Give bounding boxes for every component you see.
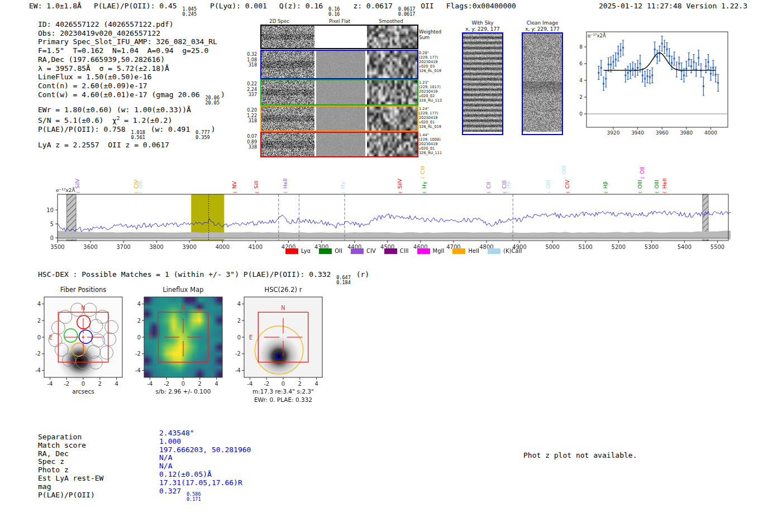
svg-text:{: { (562, 177, 567, 179)
match-row-label: mag (38, 482, 51, 491)
svg-text:5200: 5200 (612, 244, 626, 250)
emission-line-label: HeII (282, 178, 288, 189)
svg-text:{: { (487, 191, 491, 194)
svg-text:5300: 5300 (645, 244, 659, 250)
svg-text:4000: 4000 (216, 244, 230, 250)
panel-sublabel: EWr: 0. PLAE: 0.332 (254, 396, 312, 403)
svg-text:-2: -2 (135, 351, 141, 357)
info-line: ID: 4026557122 (4026557122.pdf) (38, 20, 225, 29)
stacked-fraction: 1.0180.561 (131, 130, 145, 141)
svg-text:4000: 4000 (704, 130, 717, 135)
emission-line-label: Hβ (505, 181, 511, 189)
svg-text:4: 4 (314, 381, 318, 387)
svg-text:-4: -4 (235, 367, 241, 373)
svg-text:3700: 3700 (116, 244, 130, 250)
svg-text:2: 2 (237, 318, 241, 324)
info-line: λ = 3957.85Å σ = 5.72(±2.18)Å (38, 64, 225, 73)
stacked-fraction: 20.0620.05 (205, 95, 220, 106)
cutout-row (260, 79, 418, 106)
svg-text:3980: 3980 (680, 130, 693, 135)
svg-text:{: { (76, 191, 80, 194)
stacked-fraction: 0.06170.0617 (398, 7, 416, 17)
cutout-row (260, 25, 418, 49)
panel-xlabel: arcsecs (72, 388, 94, 395)
legend-item: OII (319, 248, 342, 254)
svg-text:4: 4 (137, 301, 141, 307)
svg-text:2: 2 (98, 381, 102, 387)
svg-text:{: { (566, 191, 570, 194)
svg-text:-4: -4 (147, 381, 152, 387)
match-row-value: 197.666203, 50.281960 (159, 445, 251, 454)
svg-text:-2: -2 (264, 381, 269, 387)
legend-item: HeII (452, 248, 479, 254)
svg-text:8: 8 (579, 44, 583, 50)
emission-line-label: CIV (564, 180, 570, 189)
header-stat-3: Q(z): 0.16 0.160.16 (279, 2, 341, 17)
legend-item: CIII (384, 248, 409, 254)
match-row-label: Est LyA rest-EW (38, 474, 103, 482)
svg-text:5: 5 (50, 221, 54, 227)
svg-text:{: { (422, 191, 427, 194)
cutout-col-title: 2D Spec (263, 18, 296, 24)
svg-text:-2: -2 (164, 381, 169, 387)
match-row-label: Spec z (38, 457, 64, 466)
header-stat-5: Flags:0x00400000 (446, 2, 516, 17)
match-row-value: N/A (159, 462, 172, 470)
svg-text:0: 0 (282, 381, 285, 387)
info-line: EWr = 1.80(±0.60) (w: 1.00(±0.33))Å (38, 106, 225, 114)
emission-line-label: OIII (545, 180, 551, 189)
svg-text:{: { (341, 191, 346, 194)
match-row-value: 17.31(17.05,17.66)R (159, 478, 242, 487)
svg-text:3600: 3600 (83, 244, 97, 250)
compass-north-label: N (181, 305, 185, 311)
info-line: Cont(n) = 2.60(±0.09)e-17 (38, 82, 225, 90)
cutout-row-right-labels: 1.23"(229, 1017)20230419v020_02326_RU_11… (419, 80, 442, 103)
svg-text:3800: 3800 (149, 244, 163, 250)
svg-text:{: { (506, 191, 511, 194)
match-row-label: Separation (38, 433, 82, 441)
emission-line-label: OII (639, 167, 645, 174)
emission-line-label: HeII (661, 178, 667, 189)
legend-swatch (452, 248, 465, 254)
legend-swatch (417, 248, 430, 254)
legend-item: MgII (417, 248, 445, 254)
stacked-fraction: 0.6470.184 (336, 275, 351, 286)
svg-text:{: { (398, 191, 403, 194)
svg-text:-4: -4 (135, 367, 141, 373)
svg-text:-4: -4 (247, 381, 252, 387)
legend-swatch (319, 248, 332, 254)
svg-text:3960: 3960 (656, 130, 669, 135)
info-line: RA,Dec (197.665939,50.282616) (38, 55, 225, 64)
svg-text:5000: 5000 (545, 244, 559, 250)
with-sky-image (462, 32, 503, 135)
emission-line-label: SiIV (74, 179, 80, 189)
spectrum-line-legend: LyαOIICIVCIIIMgIIHeII(K)CaII (285, 248, 522, 254)
svg-text:{: { (283, 191, 288, 194)
svg-text:-4: -4 (47, 381, 53, 387)
legend-item: (K)CaII (488, 248, 522, 254)
svg-text:2: 2 (137, 318, 141, 324)
lineflux-map-panel: Lineflux MapNE-4-4-2-2002244s/b: 2.96 +/… (132, 284, 233, 415)
header-stat-4: z: 0.0617 0.06170.0617 OII (353, 2, 433, 17)
svg-text:4: 4 (579, 78, 583, 83)
stacked-fraction: 0.160.16 (328, 7, 340, 17)
compass-east-label: E (149, 334, 152, 341)
info-line: Obs: 20230419v020_4026557122 (38, 29, 225, 38)
compass-east-label: E (49, 334, 53, 341)
match-row-value: 0.327 0.5860.171 (159, 487, 202, 502)
svg-text:{: { (662, 191, 667, 194)
emission-line-label: Hγ (421, 181, 427, 189)
svg-text:0: 0 (137, 334, 141, 341)
info-line: P(LAE)/P(OII): 0.758 1.0180.561 (w: 0.49… (38, 125, 225, 141)
compass-north-label: N (81, 305, 85, 311)
match-row-value: 2.43548" (159, 429, 194, 437)
match-row-label: P(LAE)/P(OII) (38, 491, 95, 499)
svg-text:0: 0 (50, 235, 54, 241)
info-line: Primary Spec_Slot_IFU_AMP: 326_082_034_R… (38, 37, 225, 46)
panel-title: Fiber Positions (60, 286, 107, 294)
panel-title: Lineflux Map (163, 286, 203, 294)
svg-text:-2: -2 (64, 381, 69, 387)
emission-line-label: SiIV (397, 179, 403, 189)
full-spectrum-plot: 3500360037003800390040004100420043004400… (44, 146, 748, 258)
svg-text:2: 2 (198, 381, 202, 387)
